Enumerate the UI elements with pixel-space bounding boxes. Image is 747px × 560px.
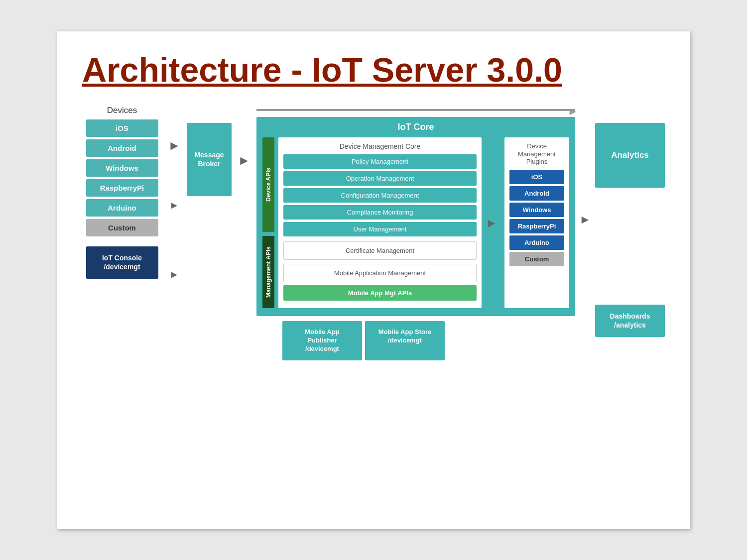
device-custom: Custom (86, 219, 158, 236)
certificate-management: Certificate Management (283, 241, 477, 260)
plugin-custom: Custom (509, 252, 564, 266)
operation-management: Operation Management (283, 171, 477, 186)
device-apis-bar: Device APIs (262, 137, 274, 232)
mobile-app-management: Mobile Application Management (283, 264, 477, 282)
plugin-android: Android (509, 186, 564, 201)
mobile-app-store: Mobile App Store/devicemgt (365, 321, 445, 360)
iot-core-inner: Device APIs Management APIs Device Manag… (262, 137, 569, 308)
analytics-box: Analytics (595, 123, 665, 188)
iot-console: IoT Console/devicemgt (86, 246, 158, 278)
message-broker-section: MessageBroker (187, 103, 232, 196)
dmp-label: DeviceManagementPlugins (509, 142, 564, 166)
dmp-panel: DeviceManagementPlugins iOS Android Wind… (504, 137, 569, 308)
dmc-label: Device Management Core (283, 142, 477, 150)
policy-management: Policy Management (283, 154, 477, 169)
iot-core-box: IoT Core Device APIs Management APIs Dev… (256, 117, 575, 316)
device-raspberrypi: RaspberryPi (86, 179, 158, 197)
device-arduino: Arduino (86, 199, 158, 217)
arrow-dmp-analytics: ► (575, 103, 595, 226)
device-ios: iOS (86, 119, 158, 137)
dmc-panel: Device Management Core Policy Management… (278, 137, 482, 308)
iot-core-label: IoT Core (262, 122, 569, 132)
devices-section: Devices iOS Android Windows RaspberryPi … (82, 103, 162, 278)
device-windows: Windows (86, 159, 158, 177)
dashboards-box: Dashboards/analytics (595, 305, 665, 336)
plugin-windows: Windows (509, 203, 564, 217)
page-title: Architecture - IoT Server 3.0.0 (82, 51, 665, 89)
arrow-broker-core: ► (232, 103, 256, 168)
device-android: Android (86, 139, 158, 157)
management-apis-bar: Management APIs (262, 236, 274, 308)
plugin-ios: iOS (509, 170, 564, 184)
arrow-dmc-dmp: ► (486, 137, 500, 308)
slide: Architecture - IoT Server 3.0.0 Devices … (57, 31, 690, 529)
devices-label: Devices (107, 106, 137, 115)
apis-bars: Device APIs Management APIs (262, 137, 274, 308)
plugin-arduino: Arduino (509, 235, 564, 250)
iot-core-section: ► IoT Core Device APIs Management APIs D… (256, 103, 575, 360)
configuration-management: Configuration Management (283, 188, 477, 203)
mobile-app-mgt-apis: Mobile App Mgt APIs (283, 285, 477, 301)
compliance-monitoring: Compliance Monitoring (283, 205, 477, 220)
mobile-app-publisher: Mobile App Publisher/devicemgt (282, 321, 362, 360)
user-management: User Management (283, 222, 477, 236)
mobile-apps-row: Mobile App Publisher/devicemgt Mobile Ap… (256, 321, 575, 360)
top-arrow-area: ► (256, 103, 575, 117)
architecture-diagram: Devices iOS Android Windows RaspberryPi … (82, 103, 665, 360)
right-column: Analytics Dashboards/analytics (595, 103, 665, 336)
plugin-raspberrypi: RaspberryPi (509, 219, 564, 233)
arrow-devices-broker: ► ► ► (162, 103, 187, 285)
message-broker: MessageBroker (187, 123, 232, 196)
